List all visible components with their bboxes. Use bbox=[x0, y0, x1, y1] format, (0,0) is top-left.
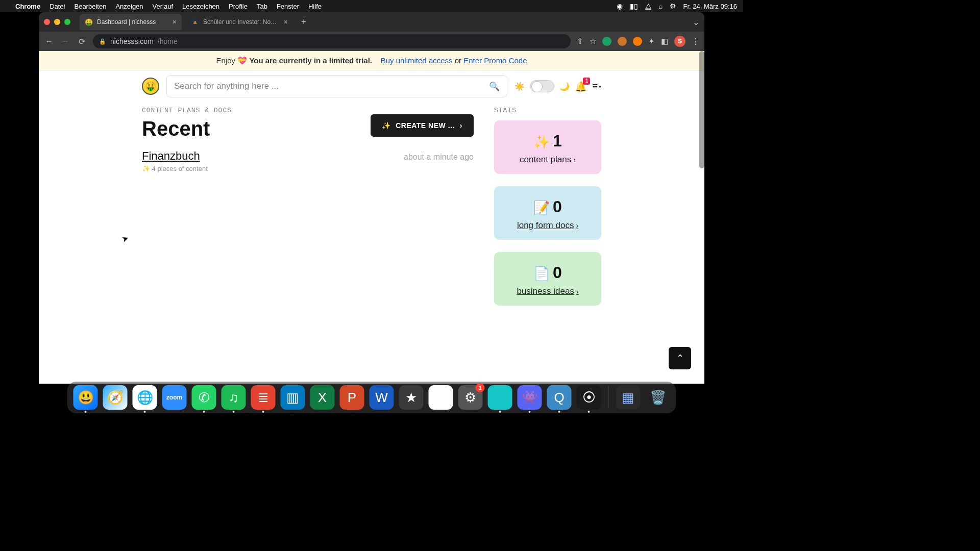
dock-icon-word[interactable]: W bbox=[370, 385, 394, 410]
dock-icon-app-teal[interactable] bbox=[488, 385, 512, 410]
dock-icon-recent-app[interactable]: ▦ bbox=[616, 385, 641, 410]
dock-icon-quicktime[interactable]: Q bbox=[547, 385, 572, 410]
tab-close-icon[interactable]: × bbox=[173, 18, 177, 26]
banner-lead: Enjoy bbox=[216, 56, 238, 65]
dock-icon-safari[interactable]: 🧭 bbox=[103, 385, 128, 410]
dock-icon-spotify[interactable]: ♫ bbox=[222, 385, 246, 410]
scrollbar-thumb[interactable] bbox=[699, 51, 704, 168]
status-battery-icon[interactable]: ▮▯ bbox=[630, 2, 638, 10]
window-zoom-button[interactable] bbox=[64, 19, 70, 25]
menu-anzeigen[interactable]: Anzeigen bbox=[115, 3, 143, 10]
tab-close-icon[interactable]: × bbox=[284, 18, 288, 26]
menu-profile[interactable]: Profile bbox=[229, 3, 248, 10]
dock-icon-settings[interactable]: ⚙1 bbox=[458, 385, 483, 410]
profile-avatar[interactable]: S bbox=[674, 36, 685, 47]
trial-banner: Enjoy 💝 You are currently in a limited t… bbox=[39, 51, 704, 71]
tab-title: Schüler und Investor: Noah au bbox=[203, 18, 280, 26]
menu-lesezeichen[interactable]: Lesezeichen bbox=[182, 3, 219, 10]
dock: 😃🧭🌐zoom✆♫≣▥XPW★▲⚙1👾Q⦿▦🗑️ bbox=[67, 382, 676, 413]
theme-toggle[interactable] bbox=[530, 80, 554, 92]
stat-card-business-ideas[interactable]: 📄0 business ideas› bbox=[494, 252, 601, 306]
stat-link[interactable]: long form docs› bbox=[517, 220, 578, 231]
mac-menubar: Chrome Datei Bearbeiten Anzeigen Verlauf… bbox=[0, 0, 743, 12]
menubar-clock[interactable]: Fr. 24. März 09:16 bbox=[683, 3, 738, 10]
create-new-button[interactable]: ✨ CREATE NEW ... › bbox=[371, 114, 474, 137]
notifications-button[interactable]: 🔔1 bbox=[575, 81, 587, 92]
chrome-window: 🤑 Dashboard | nichesss × a Schüler und I… bbox=[39, 12, 704, 384]
enter-promo-link[interactable]: Enter Promo Code bbox=[463, 56, 527, 65]
banner-bold: You are currently in a limited trial. bbox=[249, 56, 372, 65]
scroll-to-top-button[interactable]: ⌃ bbox=[669, 347, 691, 369]
recent-item-title[interactable]: Finanzbuch bbox=[142, 149, 208, 163]
stat-link[interactable]: content plans› bbox=[520, 155, 576, 165]
status-search-icon[interactable]: ⌕ bbox=[658, 2, 663, 10]
dock-icon-imovie[interactable]: ★ bbox=[399, 385, 424, 410]
menu-fenster[interactable]: Fenster bbox=[277, 3, 299, 10]
chrome-menu-icon[interactable]: ⋮ bbox=[692, 37, 699, 46]
stat-card-content-plans[interactable]: ✨1 content plans› bbox=[494, 120, 601, 174]
tab-overflow-icon[interactable]: ⌄ bbox=[693, 17, 699, 27]
dock-icon-powerpoint[interactable]: P bbox=[340, 385, 364, 410]
extension-icon[interactable] bbox=[633, 37, 642, 46]
address-bar[interactable]: 🔒 nichesss.com/home bbox=[93, 34, 571, 48]
dock-icon-drive[interactable]: ▲ bbox=[429, 385, 453, 410]
bookmark-star-icon[interactable]: ☆ bbox=[590, 37, 596, 46]
recent-item-when: about a minute ago bbox=[404, 153, 474, 162]
recent-title: Recent bbox=[142, 117, 210, 140]
share-icon[interactable]: ⇧ bbox=[577, 37, 583, 46]
app-logo[interactable]: 🤑 bbox=[142, 78, 159, 95]
extension-icon[interactable] bbox=[602, 37, 611, 46]
tab-strip: 🤑 Dashboard | nichesss × a Schüler und I… bbox=[39, 12, 704, 32]
dock-icon-trello[interactable]: ▥ bbox=[281, 385, 305, 410]
new-tab-button[interactable]: + bbox=[297, 17, 311, 28]
page-viewport: Enjoy 💝 You are currently in a limited t… bbox=[39, 51, 704, 384]
dock-icon-excel[interactable]: X bbox=[310, 385, 335, 410]
tab-title: Dashboard | nichesss bbox=[97, 18, 168, 26]
menu-verlauf[interactable]: Verlauf bbox=[153, 3, 173, 10]
global-search[interactable]: 🔍 bbox=[166, 75, 507, 97]
stat-card-long-form-docs[interactable]: 📝0 long form docs› bbox=[494, 186, 601, 240]
banner-mid: or bbox=[455, 56, 464, 65]
nav-back-button[interactable]: ← bbox=[44, 37, 54, 46]
dock-icon-todoist[interactable]: ≣ bbox=[251, 385, 276, 410]
page-icon: 📄 bbox=[533, 266, 550, 281]
stat-link[interactable]: business ideas› bbox=[517, 286, 578, 296]
main-menu-button[interactable]: ≡▾ bbox=[592, 81, 601, 92]
dock-icon-trash[interactable]: 🗑️ bbox=[646, 385, 670, 410]
menu-bearbeiten[interactable]: Bearbeiten bbox=[74, 3, 106, 10]
menubar-app-name[interactable]: Chrome bbox=[15, 3, 40, 10]
nav-forward-button[interactable]: → bbox=[60, 37, 70, 46]
search-icon[interactable]: 🔍 bbox=[489, 81, 500, 92]
status-wifi-icon[interactable]: ⧋ bbox=[645, 2, 651, 11]
status-control-center-icon[interactable]: ⚙ bbox=[670, 2, 676, 10]
menu-hilfe[interactable]: Hilfe bbox=[308, 3, 322, 10]
url-host: nichesss.com bbox=[110, 37, 154, 45]
dock-icon-whatsapp[interactable]: ✆ bbox=[192, 385, 216, 410]
dock-badge: 1 bbox=[476, 383, 485, 392]
chevron-right-icon: › bbox=[573, 156, 576, 164]
dock-icon-zoom[interactable]: zoom bbox=[162, 385, 187, 410]
dock-icon-finder[interactable]: 😃 bbox=[74, 385, 98, 410]
stat-value: 1 bbox=[553, 132, 562, 150]
traffic-lights bbox=[44, 19, 70, 25]
page-scrollbar[interactable] bbox=[699, 51, 704, 384]
window-minimize-button[interactable] bbox=[54, 19, 60, 25]
dock-icon-discord[interactable]: 👾 bbox=[518, 385, 542, 410]
browser-tab[interactable]: a Schüler und Investor: Noah au × bbox=[186, 14, 293, 30]
search-input[interactable] bbox=[174, 81, 489, 91]
menu-tab[interactable]: Tab bbox=[257, 3, 267, 10]
sidepanel-icon[interactable]: ◧ bbox=[661, 37, 668, 46]
browser-tab-active[interactable]: 🤑 Dashboard | nichesss × bbox=[80, 14, 182, 30]
extension-icon[interactable] bbox=[618, 37, 627, 46]
recent-item[interactable]: Finanzbuch ✨ 4 pieces of content about a… bbox=[142, 149, 474, 172]
status-record-icon[interactable]: ◉ bbox=[617, 2, 623, 10]
app-header: 🤑 🔍 ☀️ 🌙 🔔1 ≡▾ bbox=[142, 71, 601, 102]
menu-datei[interactable]: Datei bbox=[50, 3, 65, 10]
nav-reload-button[interactable]: ⟳ bbox=[77, 37, 87, 46]
stat-value: 0 bbox=[553, 263, 562, 282]
dock-icon-voice-memos[interactable]: ⦿ bbox=[577, 385, 601, 410]
dock-icon-chrome[interactable]: 🌐 bbox=[133, 385, 157, 410]
extensions-puzzle-icon[interactable]: ✦ bbox=[648, 37, 655, 46]
window-close-button[interactable] bbox=[44, 19, 50, 25]
buy-unlimited-link[interactable]: Buy unlimited access bbox=[381, 56, 453, 65]
